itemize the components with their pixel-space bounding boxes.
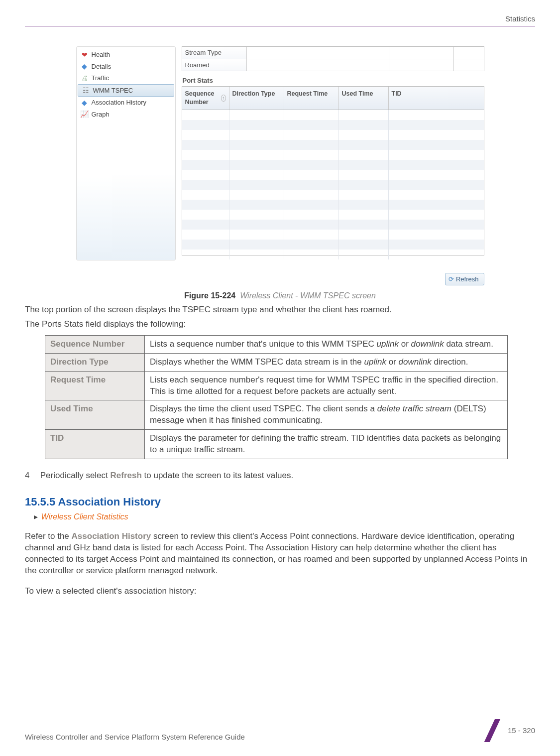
summary-spacer <box>389 47 454 59</box>
step-4: 4 Periodically select Refresh to update … <box>25 470 535 482</box>
refresh-icon: ⟳ <box>448 275 454 283</box>
page-header: Statistics <box>25 14 535 26</box>
nav-item-label: Traffic <box>92 74 109 83</box>
definition-row: Direction TypeDisplays whether the WMM T… <box>45 353 508 371</box>
nav-item-wmm-tspec[interactable]: ☷WMM TSPEC <box>78 84 174 97</box>
summary-spacer <box>454 47 484 59</box>
nav-pane: ❤Health◆Details🖨Traffic☷WMM TSPEC◆Associ… <box>76 46 176 260</box>
details-icon: ◆ <box>81 63 89 71</box>
summary-spacer <box>454 59 484 71</box>
table-row <box>182 230 484 240</box>
table-row <box>182 210 484 220</box>
definition-row: Used TimeDisplays the time the client us… <box>45 400 508 430</box>
screenshot-ui: ❤Health◆Details🖨Traffic☷WMM TSPEC◆Associ… <box>76 46 484 270</box>
definition-desc: Lists each sequence number's request tim… <box>145 371 508 400</box>
table-row <box>182 170 484 180</box>
nav-item-label: WMM TSPEC <box>93 86 133 95</box>
ah-para-pre: Refer to the <box>25 531 72 541</box>
breadcrumb-arrow-icon: ▸ <box>34 512 38 521</box>
refresh-button[interactable]: ⟳ Refresh <box>445 273 484 285</box>
page-number: 15 - 320 <box>508 726 535 736</box>
breadcrumb: ▸ Wireless Client Statistics <box>34 511 535 522</box>
heart-icon: ❤ <box>81 51 89 59</box>
definition-term: Used Time <box>45 400 145 430</box>
table-row <box>182 220 484 230</box>
table-row <box>182 250 484 259</box>
nav-item-traffic[interactable]: 🖨Traffic <box>77 72 175 84</box>
col-sequence-number-label: Sequence Number <box>185 90 220 107</box>
table-row <box>182 180 484 190</box>
definition-term: TID <box>45 430 145 459</box>
definition-desc: Lists a sequence number that's unique to… <box>145 335 508 353</box>
col-tid[interactable]: TID <box>389 87 484 110</box>
nav-item-graph[interactable]: 📈Graph <box>77 109 175 121</box>
nav-item-label: Association History <box>92 98 147 107</box>
wmm-icon: ☷ <box>82 87 90 95</box>
port-stats-rows <box>182 110 484 259</box>
nav-item-label: Details <box>92 62 112 71</box>
summary-value <box>247 59 389 71</box>
definition-term: Request Time <box>45 371 145 400</box>
step-text-post: to update the screen to its latest value… <box>142 471 293 480</box>
definition-desc: Displays the parameter for defining the … <box>145 430 508 459</box>
summary-row: Stream Type <box>182 47 484 59</box>
col-request-time[interactable]: Request Time <box>284 87 339 110</box>
ah-para-bold: Association History <box>72 531 151 541</box>
summary-value <box>247 47 389 59</box>
table-row <box>182 110 484 120</box>
nav-item-details[interactable]: ◆Details <box>77 61 175 73</box>
definition-desc: Displays whether the WMM TSPEC data stre… <box>145 353 508 371</box>
nav-item-association-history[interactable]: ◆Association History <box>77 97 175 109</box>
table-row <box>182 160 484 170</box>
figure-title: Wireless Client - WMM TSPEC screen <box>240 291 376 300</box>
nav-item-label: Health <box>92 50 111 59</box>
port-stats-legend: Port Stats <box>183 76 484 85</box>
association-history-para: Refer to the Association History screen … <box>25 531 535 577</box>
step-text-pre: Periodically select <box>40 471 111 480</box>
figure-caption: Figure 15-224 Wireless Client - WMM TSPE… <box>25 290 535 301</box>
definition-row: TIDDisplays the parameter for defining t… <box>45 430 508 459</box>
summary-spacer <box>389 59 454 71</box>
figure-label: Figure 15-224 <box>184 291 235 300</box>
col-direction-type[interactable]: Direction Type <box>229 87 284 110</box>
definition-term: Sequence Number <box>45 335 145 353</box>
table-row <box>182 130 484 140</box>
port-stats-header: Sequence Number ↑ Direction Type Request… <box>182 87 484 110</box>
section-name: Statistics <box>505 14 535 24</box>
definition-row: Sequence NumberLists a sequence number t… <box>45 335 508 353</box>
traffic-icon: 🖨 <box>81 74 89 82</box>
nav-item-label: Graph <box>92 110 110 119</box>
association-history-lead: To view a selected client's association … <box>25 586 535 597</box>
nav-item-health[interactable]: ❤Health <box>77 49 175 61</box>
definition-row: Request TimeLists each sequence number's… <box>45 371 508 400</box>
summary-label: Roamed <box>182 59 247 71</box>
summary-table: Stream TypeRoamed <box>182 46 484 71</box>
col-sequence-number[interactable]: Sequence Number ↑ <box>182 87 229 110</box>
table-row <box>182 140 484 150</box>
graph-icon: 📈 <box>81 111 89 119</box>
content-pane: Stream TypeRoamed Port Stats Sequence Nu… <box>182 46 484 270</box>
port-stats-table: Sequence Number ↑ Direction Type Request… <box>182 86 484 255</box>
refresh-label: Refresh <box>456 275 479 283</box>
assoc-icon: ◆ <box>81 99 89 107</box>
table-row <box>182 150 484 160</box>
table-row <box>182 200 484 210</box>
summary-label: Stream Type <box>182 47 247 59</box>
definition-desc: Displays the time the client used TSPEC.… <box>145 400 508 430</box>
breadcrumb-text[interactable]: Wireless Client Statistics <box>41 512 128 521</box>
definition-term: Direction Type <box>45 353 145 371</box>
definitions-table: Sequence NumberLists a sequence number t… <box>45 335 508 460</box>
table-row <box>182 190 484 200</box>
table-row <box>182 240 484 250</box>
col-used-time[interactable]: Used Time <box>339 87 389 110</box>
page-number-block: 15 - 320 <box>480 719 535 742</box>
section-heading: 15.5.5 Association History <box>25 495 535 509</box>
book-title: Wireless Controller and Service Platform… <box>25 732 245 742</box>
page-footer: Wireless Controller and Service Platform… <box>25 719 535 742</box>
step-refresh-bold: Refresh <box>111 471 142 480</box>
sort-up-icon: ↑ <box>221 95 225 102</box>
brand-slash-icon <box>480 719 503 742</box>
table-row <box>182 120 484 130</box>
intro-para-1: The top portion of the screen displays t… <box>25 304 535 316</box>
intro-para-2: The Ports Stats field displays the follo… <box>25 319 535 330</box>
